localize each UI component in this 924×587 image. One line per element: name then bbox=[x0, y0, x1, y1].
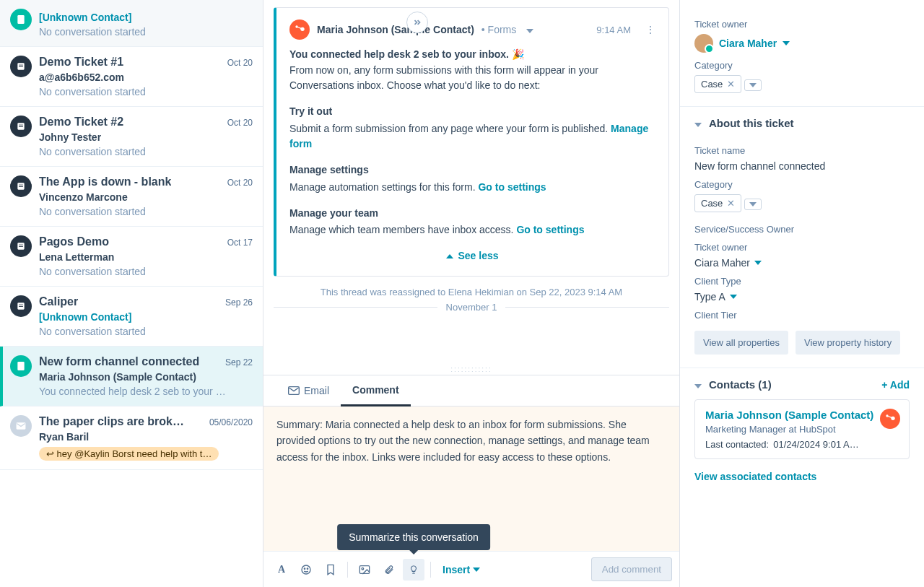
ticket-title: Caliper bbox=[39, 295, 78, 308]
ticket-item[interactable]: The paper clips are brok…05/06/2020Ryan … bbox=[0, 406, 263, 470]
owner-avatar bbox=[694, 34, 713, 53]
category-label: Category bbox=[694, 60, 910, 71]
ticket-item[interactable]: Pagos DemoOct 17Lena LettermanNo convers… bbox=[0, 227, 263, 287]
ticket-snippet: You connected help desk 2 seb to your … bbox=[39, 386, 253, 397]
ticket-name-value[interactable]: New form channel connected bbox=[694, 160, 910, 172]
svg-rect-13 bbox=[19, 246, 23, 247]
ticket-contact: Ryan Baril bbox=[39, 431, 253, 443]
ticket-contact: [Unknown Contact] bbox=[39, 311, 253, 323]
lightbulb-icon bbox=[409, 564, 419, 575]
category2-label: Category bbox=[694, 179, 910, 190]
go-to-settings-link[interactable]: Go to settings bbox=[478, 181, 546, 193]
ticket-item[interactable]: Demo Ticket #1Oct 20a@a6b6b652.comNo con… bbox=[0, 47, 263, 107]
about-ticket-header[interactable]: About this ticket bbox=[680, 107, 924, 134]
close-icon[interactable]: ✕ bbox=[727, 79, 735, 90]
svg-point-21 bbox=[300, 27, 304, 31]
team-settings-link[interactable]: Go to settings bbox=[516, 224, 584, 235]
ticket-avatar bbox=[10, 355, 32, 377]
ticket-date: Sep 22 bbox=[225, 357, 253, 368]
svg-rect-6 bbox=[19, 125, 23, 126]
client-tier-label: Client Tier bbox=[694, 310, 910, 321]
contact-name[interactable]: Maria Johnson (Sample Contact) bbox=[705, 409, 899, 421]
contact-card[interactable]: Maria Johnson (Sample Contact) Marketing… bbox=[694, 399, 910, 459]
collapse-sidebar-button[interactable] bbox=[406, 12, 428, 33]
image-icon bbox=[359, 565, 370, 575]
svg-rect-0 bbox=[17, 15, 24, 24]
svg-rect-4 bbox=[19, 66, 23, 67]
category2-tag[interactable]: Case✕ bbox=[694, 194, 741, 212]
mention-chip: ↩ hey @Kaylin Borst need help with t… bbox=[39, 447, 219, 461]
client-type-dropdown[interactable]: Type A bbox=[694, 291, 910, 303]
attachment-button[interactable] bbox=[378, 559, 400, 581]
ticket-title: Pagos Demo bbox=[39, 235, 109, 248]
add-contact-button[interactable]: + Add bbox=[881, 379, 910, 391]
composer: Email Comment Summary: Maria connected a… bbox=[263, 375, 679, 587]
ticket-snippet: No conversation started bbox=[39, 26, 253, 38]
ticket-item[interactable]: Demo Ticket #2Oct 20Johny TesterNo conve… bbox=[0, 107, 263, 167]
ticket-owner2-dropdown[interactable]: Ciara Maher bbox=[694, 257, 910, 269]
insert-dropdown[interactable]: Insert bbox=[437, 560, 486, 580]
see-less-toggle[interactable]: See less bbox=[289, 248, 655, 264]
ticket-title: The App is down - blank bbox=[39, 175, 171, 188]
image-button[interactable] bbox=[354, 559, 375, 581]
ticket-item[interactable]: The App is down - blankOct 20Vincenzo Ma… bbox=[0, 167, 263, 227]
svg-rect-15 bbox=[19, 305, 23, 305]
contact-role: Marketing Manager at HubSpot bbox=[705, 424, 899, 435]
ticket-date: Sep 26 bbox=[225, 297, 253, 308]
message-headline: You connected help desk 2 seb to your in… bbox=[289, 48, 524, 60]
ticket-snippet: No conversation started bbox=[39, 326, 253, 337]
reassignment-note: This thread was reassigned to Elena Heki… bbox=[274, 287, 669, 297]
close-icon[interactable]: ✕ bbox=[727, 198, 735, 209]
composer-toolbar: A Summarize this conversation bbox=[263, 551, 679, 587]
hubspot-logo-icon bbox=[880, 409, 900, 429]
paperclip-icon bbox=[384, 564, 394, 575]
message-expand-caret[interactable] bbox=[526, 24, 533, 35]
ticket-list[interactable]: [Unknown Contact]No conversation started… bbox=[0, 0, 263, 587]
view-all-properties-button[interactable]: View all properties bbox=[694, 331, 788, 355]
ticket-date: 05/06/2020 bbox=[209, 417, 253, 427]
ticket-date: Oct 17 bbox=[227, 238, 253, 248]
message-card: Maria Johnson (Sample Contact) • Forms 9… bbox=[274, 7, 669, 277]
category-dropdown[interactable] bbox=[744, 79, 762, 91]
ticket-owner-label: Ticket owner bbox=[694, 19, 910, 30]
category2-dropdown[interactable] bbox=[744, 199, 762, 210]
svg-rect-10 bbox=[19, 186, 23, 187]
ai-summarize-button[interactable]: Summarize this conversation bbox=[403, 559, 424, 581]
chevron-down-icon bbox=[473, 568, 480, 572]
ticket-item[interactable]: New form channel connectedSep 22Maria Jo… bbox=[0, 347, 263, 406]
snippet-button[interactable] bbox=[320, 559, 341, 581]
ticket-owner2-label: Ticket owner bbox=[694, 242, 910, 253]
add-comment-button[interactable]: Add comment bbox=[591, 557, 672, 581]
message-menu-icon[interactable]: ⋮ bbox=[645, 24, 655, 35]
date-separator: November 1 bbox=[274, 302, 669, 313]
svg-point-29 bbox=[891, 417, 894, 420]
client-type-label: Client Type bbox=[694, 276, 910, 287]
contacts-header[interactable]: Contacts (1) + Add bbox=[680, 368, 924, 395]
ticket-title: The paper clips are brok… bbox=[39, 415, 184, 428]
message-time: 9:14 AM bbox=[596, 25, 631, 35]
view-associated-contacts-link[interactable]: View associated contacts bbox=[680, 469, 924, 484]
conversation-panel: Maria Johnson (Sample Contact) • Forms 9… bbox=[263, 0, 680, 587]
ticket-title: New form channel connected bbox=[39, 355, 199, 368]
ticket-owner-dropdown[interactable]: Ciara Maher bbox=[694, 34, 910, 53]
email-icon bbox=[288, 386, 300, 395]
chevron-down-icon[interactable] bbox=[694, 117, 702, 129]
tab-email[interactable]: Email bbox=[276, 375, 341, 406]
chevron-down-icon[interactable] bbox=[694, 378, 702, 391]
resize-grip[interactable]: :::::::::::: bbox=[263, 364, 679, 375]
tab-comment[interactable]: Comment bbox=[341, 375, 411, 406]
category-tag[interactable]: Case✕ bbox=[694, 75, 741, 93]
ticket-avatar bbox=[10, 56, 32, 77]
ticket-item[interactable]: [Unknown Contact]No conversation started bbox=[0, 0, 263, 47]
message-body: You connected help desk 2 seb to your in… bbox=[289, 47, 655, 264]
ticket-snippet: No conversation started bbox=[39, 146, 253, 157]
snippet-icon bbox=[326, 564, 336, 575]
ticket-item[interactable]: CaliperSep 26[Unknown Contact]No convers… bbox=[0, 287, 263, 347]
ticket-date: Oct 20 bbox=[227, 118, 253, 128]
ticket-avatar bbox=[10, 116, 32, 137]
text-format-button[interactable]: A bbox=[271, 559, 292, 581]
svg-rect-16 bbox=[19, 306, 23, 307]
view-property-history-button[interactable]: View property history bbox=[796, 331, 900, 355]
emoji-button[interactable] bbox=[295, 559, 317, 581]
chevron-up-icon bbox=[446, 254, 453, 258]
